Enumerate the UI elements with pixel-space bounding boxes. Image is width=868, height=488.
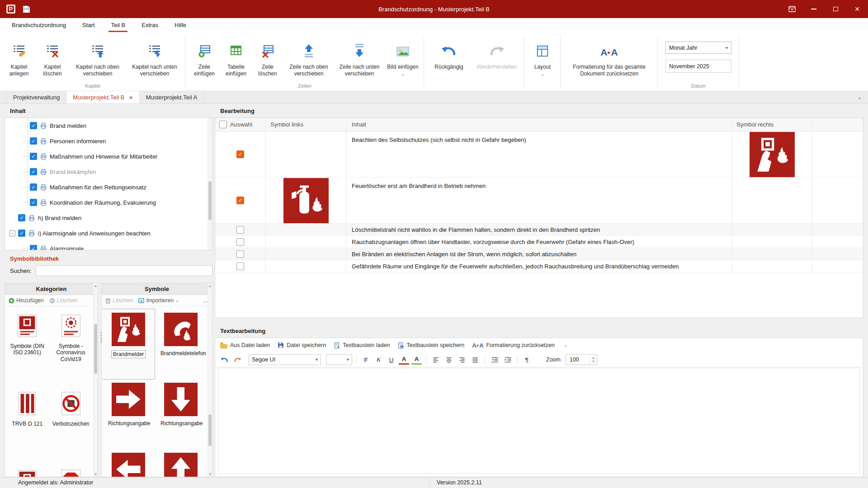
align-left-button[interactable] <box>430 354 441 365</box>
editing-table-row[interactable]: ✓Feuerlöscher erst am Brandherd in Betri… <box>215 178 863 224</box>
content-cell[interactable]: Rauchabzugsanlagen öffnen über Handtaste… <box>346 236 732 248</box>
font-family-select[interactable]: Segoe UI▾ <box>249 354 321 365</box>
tree-item[interactable]: ✓Personen informieren <box>5 133 212 149</box>
tree-item-checkbox[interactable]: ✓ <box>30 137 37 145</box>
minimize-button[interactable] <box>803 0 825 18</box>
row-select-checkbox[interactable] <box>236 263 244 270</box>
row-select-checkbox[interactable]: ✓ <box>236 197 244 204</box>
aus-datei-laden-button[interactable]: Aus Datei laden <box>218 341 272 350</box>
close-button[interactable]: ✕ <box>846 0 868 18</box>
tree-item[interactable]: ✓Maßnahmen für den Rettungseinsatz <box>5 179 212 195</box>
tab-musterprojekt-teil-b[interactable]: Musterprojekt.Teil B × <box>66 91 139 103</box>
row-select-checkbox[interactable] <box>236 250 244 258</box>
layout-button[interactable]: Layout⌄ <box>526 38 559 91</box>
symbol-search-input[interactable] <box>36 265 212 276</box>
category-delete-button[interactable]: Löschen <box>49 297 77 304</box>
categories-scrollbar[interactable]: ▲ ▼ <box>93 283 98 477</box>
symbol-delete-button[interactable]: Löschen <box>105 297 133 304</box>
formatierung-zuruecksetzen-text-button[interactable]: A▸AFormatierung zurücksetzen⌄ <box>470 341 569 350</box>
symbol-right-cell[interactable] <box>732 236 812 248</box>
italic-button[interactable]: K <box>373 355 384 365</box>
tree-item-checkbox[interactable]: ✓ <box>30 245 37 250</box>
textbaustein-speichern-button[interactable]: Textbaustein speichern <box>396 341 466 350</box>
symbol-right-cell[interactable] <box>732 260 812 272</box>
indent-decrease-button[interactable] <box>489 354 500 365</box>
menu-brandschutzordnung[interactable]: Brandschutzordnung <box>12 22 66 28</box>
category-item[interactable]: Symbole (DIN ISO 23601) <box>5 309 49 387</box>
menu-extras[interactable]: Extras <box>142 22 158 28</box>
editing-table-row[interactable]: Löschmittelstrahl nicht wahllos in die F… <box>215 224 863 236</box>
tree-item[interactable]: ✓h) Brand melden <box>5 210 212 225</box>
menu-start[interactable]: Start <box>82 22 94 28</box>
zoom-spinner[interactable]: 100 ▲▼ <box>566 354 597 365</box>
symbol-item[interactable]: Brandmelder <box>102 309 155 379</box>
tree-item-checkbox[interactable]: ✓ <box>18 230 25 237</box>
content-cell[interactable]: Bei Bränden an elektrischen Anlagen ist … <box>346 248 732 260</box>
tree-item[interactable]: −✓i) Alarmsignale und Anweisungen beacht… <box>5 225 212 241</box>
content-cell[interactable]: Beachten des Selbstschutzes (sich selbst… <box>346 131 732 177</box>
category-add-button[interactable]: Hinzufügen <box>9 297 44 304</box>
tree-item[interactable]: ✓Maßnahmen und Hinweise für Mitarbeiter <box>5 149 212 164</box>
tree-item-checkbox[interactable]: ✓ <box>18 214 25 221</box>
textbaustein-laden-button[interactable]: Textbaustein laden <box>332 341 392 350</box>
row-select-checkbox[interactable] <box>236 226 244 234</box>
content-cell[interactable]: Löschmittelstrahl nicht wahllos in die F… <box>346 224 732 235</box>
tab-projektverwaltung[interactable]: Projektverwaltung <box>6 91 66 103</box>
tree-item-checkbox[interactable]: ✓ <box>30 153 37 160</box>
content-cell[interactable]: Gefährdete Räume und Eingänge für die Fe… <box>346 260 732 272</box>
tree-item[interactable]: ✓Alarmsignale <box>5 241 212 250</box>
symbol-left-cell[interactable] <box>266 260 346 272</box>
tree-collapse-icon[interactable]: − <box>9 230 15 236</box>
indent-increase-button[interactable] <box>502 354 513 365</box>
symbol-left-cell[interactable] <box>266 224 346 235</box>
row-select-checkbox[interactable]: ✓ <box>236 150 244 158</box>
select-all-checkbox[interactable] <box>219 121 227 128</box>
redo-button[interactable] <box>232 354 243 365</box>
tree-item[interactable]: ✓Koordination der Räumung, Evakuierung <box>5 195 212 210</box>
font-size-select[interactable]: ▾ <box>326 354 352 365</box>
wiederherstellen-button[interactable]: Wiederherstellen <box>472 38 522 91</box>
symbol-item[interactable] <box>155 449 207 477</box>
menu-hilfe[interactable]: Hilfe <box>175 22 186 28</box>
symbol-import-button[interactable]: Importieren⌄ <box>138 297 179 304</box>
undo-button[interactable] <box>219 354 230 365</box>
tree-item-checkbox[interactable]: ✓ <box>30 183 37 191</box>
editing-table-row[interactable]: Gefährdete Räume und Eingänge für die Fe… <box>215 260 863 272</box>
highlight-color-button[interactable]: A <box>411 355 422 365</box>
tab-musterprojekt-teil-a[interactable]: Musterprojekt.Teil A <box>140 91 204 103</box>
symbol-right-cell[interactable] <box>732 248 812 260</box>
align-center-button[interactable] <box>443 354 454 365</box>
tab-close-icon[interactable]: × <box>129 94 132 101</box>
align-right-button[interactable] <box>457 354 467 365</box>
datum-mode-select[interactable]: Monat Jahr▾ <box>665 42 731 54</box>
category-item[interactable]: STOP <box>49 465 93 477</box>
formatting-marks-button[interactable]: ¶ <box>522 355 532 365</box>
symbol-item[interactable]: Brandmeldetelefon <box>155 309 207 379</box>
symbol-item[interactable]: Richtungsangabe <box>102 379 155 449</box>
tree-item[interactable]: ✓Brand melden <box>5 118 212 133</box>
symbol-left-cell[interactable] <box>266 131 346 177</box>
symbol-right-cell[interactable] <box>732 224 812 235</box>
row-select-checkbox[interactable] <box>236 238 244 246</box>
symbol-left-cell[interactable] <box>266 178 346 223</box>
symbol-right-cell[interactable] <box>732 178 812 223</box>
category-item[interactable] <box>5 465 49 477</box>
menu-teil-b[interactable]: Teil B <box>111 22 125 28</box>
symbol-left-cell[interactable] <box>266 248 346 260</box>
content-cell[interactable]: Feuerlöscher erst am Brandherd in Betrie… <box>346 178 732 223</box>
text-editor-area[interactable] <box>218 368 860 474</box>
symbol-item[interactable]: Richtungsangabe <box>155 379 207 449</box>
tree-item-checkbox[interactable]: ✓ <box>30 199 37 206</box>
formatierung-zuruecksetzen-button[interactable]: A▸A Formatierung für das gesamte Dokumen… <box>563 38 656 91</box>
datei-speichern-button[interactable]: Datei speichern <box>276 341 328 350</box>
symbol-item[interactable] <box>102 449 155 477</box>
font-color-button[interactable]: A <box>399 355 409 365</box>
underline-button[interactable]: U <box>386 355 396 365</box>
category-item[interactable]: Verbotszeichen <box>49 387 93 465</box>
content-tree-scrollbar[interactable] <box>208 118 212 250</box>
tree-item-checkbox[interactable]: ✓ <box>30 122 37 129</box>
symbol-left-cell[interactable] <box>266 236 346 248</box>
column-splitter-handle[interactable] <box>100 332 102 343</box>
category-item[interactable]: TRVB O 121 <box>5 387 49 465</box>
bold-button[interactable]: F <box>361 355 371 365</box>
